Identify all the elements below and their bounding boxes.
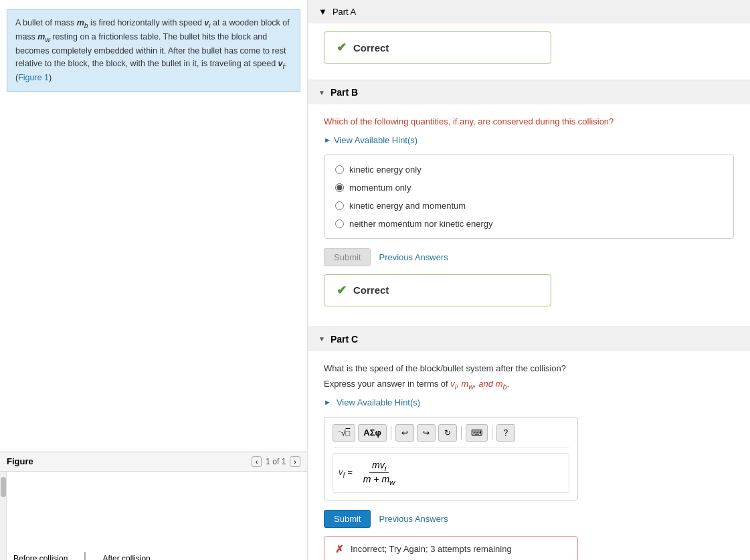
math-display[interactable]: vf = mvi m + mw [333, 453, 569, 493]
toolbar-separator-3 [492, 426, 492, 440]
part-b-check-icon: ✔ [337, 283, 347, 298]
after-collision: After collision vf [102, 554, 150, 560]
divider-line [84, 552, 86, 560]
part-b-question: Which of the following quantities, if an… [324, 115, 734, 128]
figure-prev-button[interactable]: ‹ [252, 456, 262, 467]
part-c-incorrect-text: Incorrect; Try Again; 3 attempts remaini… [351, 544, 512, 554]
option-neither-label: neither momentum nor kinetic energy [349, 219, 493, 229]
part-a-content: ✔ Correct [308, 23, 750, 80]
toolbar-help-button[interactable]: ? [496, 424, 515, 442]
part-c-incorrect-banner: ✗ Incorrect; Try Again; 3 attempts remai… [324, 536, 578, 560]
part-b-content: Which of the following quantities, if an… [308, 104, 750, 326]
part-c-prev-answers[interactable]: Previous Answers [379, 514, 448, 524]
toolbar-redo-button[interactable]: ↪ [417, 424, 436, 442]
option-ke-mom[interactable]: kinetic energy and momentum [333, 197, 725, 215]
collision-diagram: Before collision vi [13, 552, 300, 560]
part-b-header[interactable]: ▼ Part B [308, 80, 750, 104]
part-b-correct-text: Correct [353, 284, 389, 296]
hint-arrow-icon: ► [324, 136, 331, 144]
problem-description: A bullet of mass mb is fired horizontall… [7, 9, 300, 92]
part-b-hint-link[interactable]: ► View Available Hint(s) [324, 135, 734, 145]
fraction-denominator: m + mw [361, 473, 398, 486]
option-ke-mom-label: kinetic energy and momentum [349, 201, 466, 211]
part-c-question: What is the speed of the block/bullet sy… [324, 362, 734, 375]
option-mom-only-label: momentum only [349, 183, 411, 193]
part-b-label: Part B [331, 87, 358, 98]
part-a-correct-banner: ✔ Correct [324, 31, 551, 64]
part-c-vars: vi, mw, and mb [450, 379, 506, 389]
part-b-correct-banner: ✔ Correct [324, 274, 551, 306]
before-label: Before collision [13, 554, 68, 560]
after-label: After collision [102, 554, 150, 560]
math-label: vf = [339, 467, 353, 479]
fraction-display: mvi m + mw [361, 460, 398, 487]
part-b-radio-group: kinetic energy only momentum only kineti… [324, 155, 734, 239]
figure-header: Figure ‹ 1 of 1 › [0, 452, 307, 472]
part-c-hint-link[interactable]: ► View Available Hint(s) [324, 397, 734, 407]
left-panel: A bullet of mass mb is fired horizontall… [0, 0, 308, 560]
part-c-header[interactable]: ▼ Part C [308, 327, 750, 351]
part-c-content: What is the speed of the block/bullet sy… [308, 351, 750, 561]
option-mom-only[interactable]: momentum only [333, 179, 725, 197]
toolbar-undo-button[interactable]: ↩ [395, 424, 414, 442]
incorrect-x-icon: ✗ [335, 543, 344, 555]
part-b-toggle-icon: ▼ [318, 89, 325, 96]
toolbar-separator-1 [391, 426, 391, 440]
math-input-box: ⁻√□ ΑΣφ ↩ ↪ ↻ ⌨ ? vf = [324, 417, 578, 500]
part-b-section: ▼ Part B Which of the following quantiti… [308, 80, 750, 327]
toolbar-refresh-button[interactable]: ↻ [438, 424, 457, 442]
express-text: Express your answer in terms of [324, 379, 450, 389]
part-c-express: Express your answer in terms of vi, mw, … [324, 377, 734, 392]
figure-image: Before collision vi [7, 472, 307, 560]
math-toolbar: ⁻√□ ΑΣφ ↩ ↪ ↻ ⌨ ? [333, 424, 569, 448]
figure-section: Figure ‹ 1 of 1 › Before collision [0, 452, 307, 560]
problem-text-1: A bullet of mass mb is fired horizontall… [15, 18, 290, 82]
radio-neither[interactable] [335, 219, 344, 228]
figure-title: Figure [7, 456, 33, 466]
radio-ke-only[interactable] [335, 165, 344, 174]
part-a-section: ▼ Part A ✔ Correct [308, 0, 750, 80]
part-c-hint-arrow-icon: ► [324, 398, 331, 406]
part-c-submit-button[interactable]: Submit [324, 510, 371, 528]
toolbar-keyboard-button[interactable]: ⌨ [466, 424, 488, 442]
part-a-label: Part A [333, 7, 356, 17]
radio-ke-mom[interactable] [335, 201, 344, 210]
part-c-label: Part C [331, 334, 358, 345]
part-b-prev-answers[interactable]: Previous Answers [379, 252, 448, 262]
part-c-section: ▼ Part C What is the speed of the block/… [308, 327, 750, 561]
part-c-submit-row: Submit Previous Answers [324, 510, 734, 528]
part-b-submit-button[interactable]: Submit [324, 248, 371, 266]
part-c-toggle-icon: ▼ [318, 335, 325, 343]
part-a-header[interactable]: ▼ Part A [308, 0, 750, 23]
part-a-check-icon: ✔ [337, 40, 347, 55]
right-panel: ▼ Part A ✔ Correct ▼ Part B Which of the… [308, 0, 750, 560]
toolbar-fraction-button[interactable]: ⁻√□ [333, 424, 355, 442]
part-a-correct-text: Correct [353, 42, 389, 54]
option-neither[interactable]: neither momentum nor kinetic energy [333, 215, 725, 233]
toolbar-greek-button[interactable]: ΑΣφ [358, 424, 387, 442]
option-ke-only[interactable]: kinetic energy only [333, 161, 725, 179]
part-b-submit-row: Submit Previous Answers [324, 248, 734, 266]
figure-page: 1 of 1 [266, 457, 286, 466]
fraction-numerator: mvi [369, 460, 389, 474]
option-ke-only-label: kinetic energy only [349, 165, 421, 175]
part-a-toggle-icon: ▼ [318, 7, 327, 17]
before-collision: Before collision vi [13, 554, 68, 560]
figure-nav: ‹ 1 of 1 › [252, 456, 300, 467]
radio-mom-only[interactable] [335, 183, 344, 192]
figure-next-button[interactable]: › [290, 456, 300, 467]
toolbar-separator-2 [461, 426, 462, 440]
part-c-hint-label: View Available Hint(s) [337, 397, 420, 407]
part-b-hint-label: View Available Hint(s) [334, 135, 417, 145]
